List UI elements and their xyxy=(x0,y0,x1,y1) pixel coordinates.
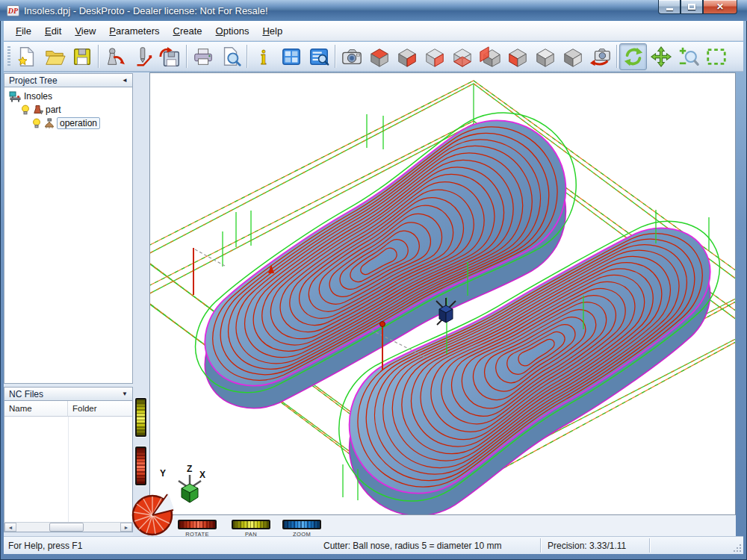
print-icon xyxy=(192,46,214,68)
menu-options[interactable]: Options xyxy=(209,22,256,40)
view-right-button[interactable] xyxy=(421,43,448,70)
show-report-button[interactable] xyxy=(305,43,332,70)
rotate-thumbwheel-vertical[interactable] xyxy=(135,447,146,485)
column-header-folder[interactable]: Folder xyxy=(68,401,132,417)
tree-item-part[interactable]: part xyxy=(4,103,132,116)
part-icon xyxy=(33,105,43,115)
nc-files-header[interactable]: NC Files ▼ xyxy=(4,387,133,401)
menu-file[interactable]: File xyxy=(9,22,38,40)
new-project-icon xyxy=(16,46,38,68)
menu-create[interactable]: Create xyxy=(167,22,209,40)
new-project-button[interactable] xyxy=(13,43,40,70)
close-button[interactable]: ✕ xyxy=(703,0,737,14)
rotate-view-icon xyxy=(622,46,645,68)
split-windows-icon xyxy=(280,46,303,68)
view-iso-button[interactable] xyxy=(531,43,559,70)
project-tree-panel: Project Tree ◄ Insoles xyxy=(4,73,133,384)
toolbar: i xyxy=(4,42,743,72)
menu-edit[interactable]: Edit xyxy=(38,22,68,40)
status-bar: For Help, press F1 Cutter: Ball nose, ra… xyxy=(4,536,743,554)
scrollbar-thumb[interactable] xyxy=(49,523,84,532)
minimize-button[interactable] xyxy=(658,0,681,14)
status-cutter: Cutter: Ball nose, radius 5 = diameter 1… xyxy=(323,541,501,551)
snapshot-button[interactable] xyxy=(338,43,365,70)
viewport-3d[interactable]: Z Y X xyxy=(149,72,736,515)
scroll-left-button[interactable]: ◄ xyxy=(4,523,16,532)
view-back-button[interactable] xyxy=(476,43,503,70)
save-project-icon xyxy=(71,46,93,68)
status-separator xyxy=(540,538,541,553)
load-part-button[interactable] xyxy=(101,43,128,70)
maximize-button[interactable] xyxy=(681,0,703,14)
lightbulb-icon xyxy=(31,118,42,128)
rotate-dial[interactable] xyxy=(131,493,175,537)
nc-files-column-headers: Name Folder xyxy=(4,401,133,417)
menu-parameters[interactable]: Parameters xyxy=(102,22,166,40)
print-preview-button[interactable] xyxy=(217,43,244,70)
tree-item-operation[interactable]: operation xyxy=(4,116,132,130)
project-icon xyxy=(9,91,22,102)
view-left-icon xyxy=(506,46,529,68)
view-front-button[interactable] xyxy=(393,43,421,70)
thumbwheel-strip xyxy=(133,72,149,536)
pan-thumbwheel-vertical[interactable] xyxy=(135,398,146,437)
zoom-window-button[interactable] xyxy=(702,43,730,70)
print-button[interactable] xyxy=(189,43,217,70)
app-window: DP Insoles.dpj - DeskProto - Dealer lice… xyxy=(0,0,747,560)
column-header-name[interactable]: Name xyxy=(4,401,68,417)
open-project-button[interactable] xyxy=(40,43,68,70)
print-preview-icon xyxy=(220,46,242,68)
menu-help[interactable]: Help xyxy=(255,22,289,40)
tree-item-label: part xyxy=(46,105,61,115)
rotate-view-button[interactable] xyxy=(619,43,647,70)
view-bottom-button[interactable] xyxy=(448,43,476,70)
split-windows-button[interactable] xyxy=(277,43,305,70)
zoom-thumbwheel[interactable] xyxy=(282,520,321,529)
nc-files-panel: NC Files ▼ Name Folder ◄ ► xyxy=(4,387,133,532)
save-project-button[interactable] xyxy=(68,43,96,70)
app-icon: DP xyxy=(7,5,19,16)
write-nc-file-button[interactable] xyxy=(156,43,184,70)
zoom-view-button[interactable] xyxy=(675,43,702,70)
snapshot-icon xyxy=(341,46,363,68)
view-iso-2-button[interactable] xyxy=(559,43,586,70)
nc-files-list[interactable] xyxy=(4,417,133,522)
status-precision: Precision: 3.33/1.11 xyxy=(548,541,626,551)
view-front-icon xyxy=(396,46,418,68)
open-project-icon xyxy=(43,46,66,68)
tree-item-label-selected: operation xyxy=(57,117,100,129)
title-bar[interactable]: DP Insoles.dpj - DeskProto - Dealer lice… xyxy=(0,0,747,21)
toolbar-separator xyxy=(335,45,335,68)
load-part-icon xyxy=(104,46,126,68)
menu-bar: File Edit View Parameters Create Options… xyxy=(4,21,743,41)
pan-thumbwheel[interactable] xyxy=(232,520,270,529)
view-left-button[interactable] xyxy=(503,43,531,70)
about-info-button[interactable]: i xyxy=(249,43,277,70)
view-top-button[interactable] xyxy=(365,43,393,70)
nc-files-hscrollbar[interactable]: ◄ ► xyxy=(4,522,133,532)
lightbulb-icon xyxy=(20,105,31,115)
tree-item-project[interactable]: Insoles xyxy=(4,90,132,103)
status-separator xyxy=(649,538,650,553)
project-tree-header[interactable]: Project Tree ◄ xyxy=(4,73,133,87)
toolbar-grip[interactable] xyxy=(7,46,10,67)
cutter-parameters-button[interactable] xyxy=(128,43,156,70)
panel-dropdown-icon[interactable]: ▼ xyxy=(122,391,128,397)
write-nc-file-icon xyxy=(159,46,182,68)
menu-view[interactable]: View xyxy=(68,22,102,40)
resize-grip[interactable] xyxy=(732,543,742,553)
zoom-view-icon xyxy=(678,46,700,68)
pan-view-button[interactable] xyxy=(647,43,675,70)
axis-z-label: Z xyxy=(187,464,192,474)
minimize-icon xyxy=(666,8,673,10)
toolbar-separator xyxy=(616,45,617,68)
view-top-icon xyxy=(368,46,391,68)
project-tree-title: Project Tree xyxy=(9,75,58,86)
reset-view-button[interactable] xyxy=(586,43,614,70)
collapse-panel-icon[interactable]: ◄ xyxy=(122,77,128,84)
cutter-parameters-icon xyxy=(131,46,154,68)
operation-icon xyxy=(44,118,55,128)
rotate-thumbwheel[interactable] xyxy=(178,520,217,529)
view-iso-2-icon xyxy=(562,46,584,68)
view-right-icon xyxy=(424,46,446,68)
